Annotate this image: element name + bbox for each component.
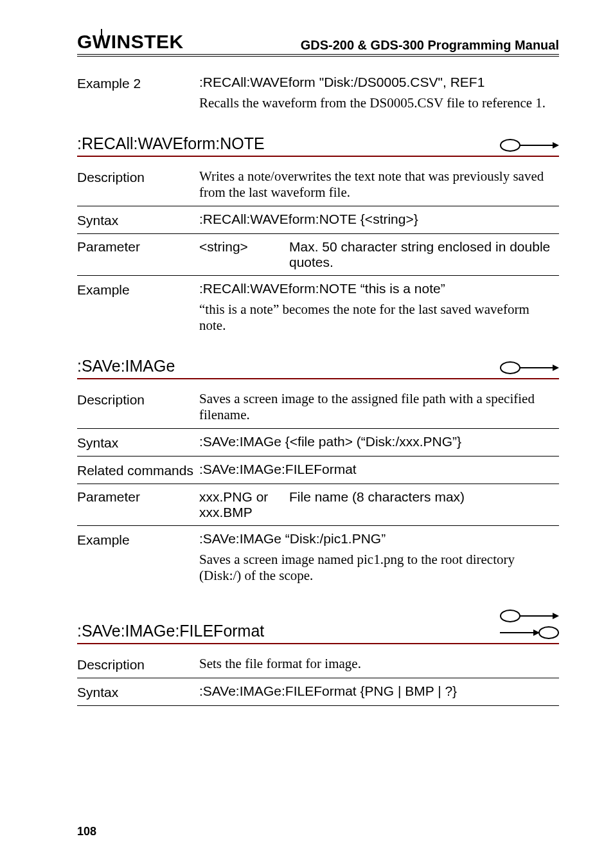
- syntax-row: Syntax :SAVe:IMAGe {<file path> (“Disk:/…: [77, 434, 559, 451]
- desc-row: Description Sets the file format for ima…: [77, 656, 559, 673]
- svg-point-3: [501, 362, 520, 374]
- example-row: Example :SAVe:IMAGe “Disk:/pic1.PNG” Sav…: [77, 531, 559, 584]
- parameter-description: Max. 50 character string enclosed in dou…: [289, 239, 559, 270]
- divider: [77, 233, 559, 234]
- section-title: :SAVe:IMAGe: [77, 357, 175, 375]
- divider: [77, 206, 559, 206]
- divider: [77, 428, 559, 429]
- section-recall-note: :RECAll:WAVEform:NOTE: [77, 134, 559, 157]
- example2-command: :RECAll:WAVEform "Disk:/DS0005.CSV", REF…: [199, 75, 559, 90]
- description-label: Description: [77, 391, 199, 423]
- svg-marker-2: [553, 142, 559, 149]
- set-query-icon: [500, 607, 559, 640]
- example-description: Saves a screen image named pic1.png to t…: [199, 552, 559, 584]
- syntax-text: :RECAll:WAVEform:NOTE {<string>}: [199, 212, 559, 228]
- example-label: Example: [77, 281, 199, 334]
- example-label: Example: [77, 531, 199, 584]
- svg-point-9: [539, 627, 558, 638]
- svg-point-6: [501, 610, 520, 622]
- svg-marker-8: [553, 613, 559, 619]
- section-title: :SAVe:IMAGe:FILEFormat: [77, 622, 264, 640]
- divider: [77, 456, 559, 457]
- manual-title: GDS-200 & GDS-300 Programming Manual: [301, 38, 559, 53]
- desc-row: Description Writes a note/overwrites the…: [77, 168, 559, 201]
- desc-row: Description Saves a screen image to the …: [77, 391, 559, 423]
- section-save-image-fileformat: :SAVe:IMAGe:FILEFormat: [77, 607, 559, 644]
- page-header: GWINSTEK GDS-200 & GDS-300 Programming M…: [77, 31, 559, 57]
- example-row: Example :RECAll:WAVEform:NOTE “this is a…: [77, 281, 559, 334]
- example-command: :RECAll:WAVEform:NOTE “this is a note”: [199, 281, 559, 296]
- description-text: Saves a screen image to the assigned fil…: [199, 391, 559, 423]
- example2-row: Example 2 :RECAll:WAVEform "Disk:/DS0005…: [77, 75, 559, 111]
- description-label: Description: [77, 168, 199, 201]
- divider: [77, 525, 559, 526]
- svg-point-0: [501, 140, 520, 151]
- divider: [77, 678, 559, 678]
- parameter-name: <string>: [199, 239, 289, 270]
- related-row: Related commands :SAVe:IMAGe:FILEFormat: [77, 462, 559, 478]
- syntax-label: Syntax: [77, 683, 199, 700]
- divider: [77, 705, 559, 706]
- description-text: Sets the file format for image.: [199, 656, 559, 673]
- parameter-label: Parameter: [77, 489, 199, 520]
- syntax-label: Syntax: [77, 434, 199, 451]
- parameter-row: Parameter <string> Max. 50 character str…: [77, 239, 559, 270]
- svg-marker-5: [553, 365, 559, 371]
- brand-logo: GWINSTEK: [77, 31, 184, 53]
- example2-description: Recalls the waveform from the DS0005.CSV…: [199, 95, 559, 111]
- related-label: Related commands: [77, 462, 199, 478]
- page-number: 108: [77, 825, 96, 838]
- example-description: “this is a note” becomes the note for th…: [199, 302, 559, 334]
- svg-marker-11: [533, 629, 540, 636]
- parameter-row: Parameter xxx.PNG or xxx.BMP File name (…: [77, 489, 559, 520]
- parameter-label: Parameter: [77, 239, 199, 270]
- related-text: :SAVe:IMAGe:FILEFormat: [199, 462, 559, 478]
- description-label: Description: [77, 656, 199, 673]
- example-command: :SAVe:IMAGe “Disk:/pic1.PNG”: [199, 531, 559, 547]
- description-text: Writes a note/overwrites the text note t…: [199, 168, 559, 201]
- divider: [77, 275, 559, 276]
- example2-label: Example 2: [77, 75, 199, 111]
- divider: [77, 484, 559, 484]
- parameter-description: File name (8 characters max): [289, 489, 559, 520]
- syntax-row: Syntax :RECAll:WAVEform:NOTE {<string>}: [77, 212, 559, 228]
- syntax-text: :SAVe:IMAGe:FILEFormat {PNG | BMP | ?}: [199, 683, 559, 700]
- syntax-text: :SAVe:IMAGe {<file path> (“Disk:/xxx.PNG…: [199, 434, 559, 451]
- syntax-row: Syntax :SAVe:IMAGe:FILEFormat {PNG | BMP…: [77, 683, 559, 700]
- set-icon: [500, 138, 559, 153]
- syntax-label: Syntax: [77, 212, 199, 228]
- parameter-name: xxx.PNG or xxx.BMP: [199, 489, 289, 520]
- section-save-image: :SAVe:IMAGe: [77, 357, 559, 379]
- section-title: :RECAll:WAVEform:NOTE: [77, 134, 265, 153]
- set-icon: [500, 360, 559, 375]
